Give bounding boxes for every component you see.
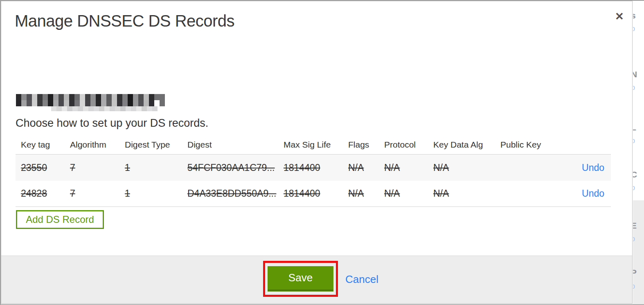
- cell-key-data-alg: N/A: [433, 162, 500, 173]
- background-text-fragment: P: [633, 268, 643, 278]
- cell-digest: D4A33E8DD550A9...: [187, 188, 284, 199]
- table-header-row: Key tag Algorithm Digest Type Digest Max…: [16, 135, 611, 155]
- header-max-sig-life: Max Sig Life: [284, 140, 348, 150]
- ds-records-table: Key tag Algorithm Digest Type Digest Max…: [16, 135, 611, 207]
- background-text-fragment: s: [633, 11, 643, 20]
- cell-key-tag: 23550: [21, 162, 70, 173]
- cell-algorithm: 7: [70, 188, 125, 199]
- background-text-fragment: o: [633, 83, 643, 92]
- table-row: 24828 7 1 D4A33E8DD550A9... 1814400 N/A …: [16, 181, 611, 207]
- background-page-sliver: soNoLoCoEoPo: [633, 0, 644, 305]
- add-ds-record-button[interactable]: Add DS Record: [16, 210, 104, 229]
- screenshot-root: soNoLoCoEoPo Manage DNSSEC DS Records ✕ …: [0, 0, 644, 305]
- header-public-key: Public Key: [500, 140, 567, 150]
- background-text-fragment: o: [633, 184, 643, 192]
- undo-link[interactable]: Undo: [582, 162, 604, 173]
- annotation-rectangle: Save: [263, 261, 338, 297]
- cell-digest-type: 1: [125, 188, 187, 199]
- header-key-tag: Key tag: [21, 140, 70, 150]
- background-text-fragment: N: [633, 70, 643, 79]
- header-digest-type: Digest Type: [125, 140, 187, 150]
- table-row: 23550 7 1 54FCF030AA1C79... 1814400 N/A …: [16, 155, 611, 181]
- cell-flags: N/A: [348, 162, 384, 173]
- cell-flags: N/A: [348, 188, 384, 199]
- cell-protocol: N/A: [384, 162, 433, 173]
- cell-digest: 54FCF030AA1C79...: [187, 162, 284, 173]
- redacted-domain-name-shadow: [51, 106, 158, 111]
- cell-max-sig-life: 1814400: [284, 188, 348, 199]
- cell-algorithm: 7: [70, 162, 125, 173]
- close-icon[interactable]: ✕: [613, 10, 626, 22]
- cancel-link[interactable]: Cancel: [345, 273, 378, 286]
- header-key-data-alg: Key Data Alg: [433, 140, 500, 150]
- header-protocol: Protocol: [384, 140, 433, 150]
- background-text-fragment: E: [633, 221, 643, 231]
- cell-key-tag: 24828: [21, 188, 70, 199]
- manage-dnssec-modal: Manage DNSSEC DS Records ✕ Choose how to…: [1, 1, 633, 304]
- background-text-fragment: o: [633, 25, 643, 33]
- instruction-text: Choose how to set up your DS records.: [16, 117, 208, 130]
- cell-key-data-alg: N/A: [433, 188, 500, 199]
- background-text-fragment: o: [633, 235, 643, 243]
- header-digest: Digest: [187, 140, 284, 150]
- modal-title: Manage DNSSEC DS Records: [15, 12, 234, 30]
- background-text-fragment: L: [633, 123, 643, 132]
- cell-digest-type: 1: [125, 162, 187, 173]
- cell-protocol: N/A: [384, 188, 433, 199]
- redacted-domain-name: [16, 94, 165, 106]
- save-button[interactable]: Save: [268, 266, 333, 292]
- background-text-fragment: C: [633, 170, 643, 179]
- background-text-fragment: o: [633, 282, 643, 291]
- background-text-fragment: o: [633, 137, 643, 145]
- header-algorithm: Algorithm: [70, 140, 125, 150]
- undo-link[interactable]: Undo: [582, 188, 604, 199]
- header-flags: Flags: [348, 140, 384, 150]
- cell-max-sig-life: 1814400: [284, 162, 348, 173]
